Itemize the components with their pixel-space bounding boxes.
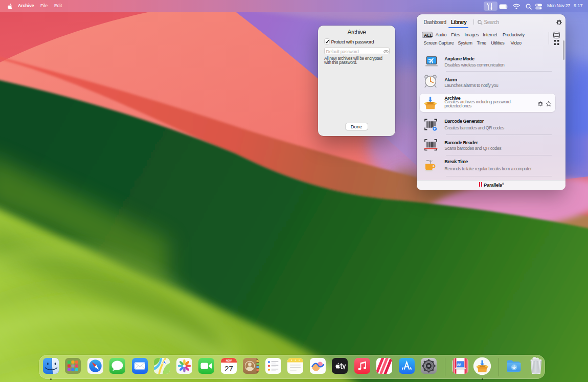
svg-text:NOV: NOV <box>225 359 232 362</box>
svg-text:27: 27 <box>224 364 233 373</box>
